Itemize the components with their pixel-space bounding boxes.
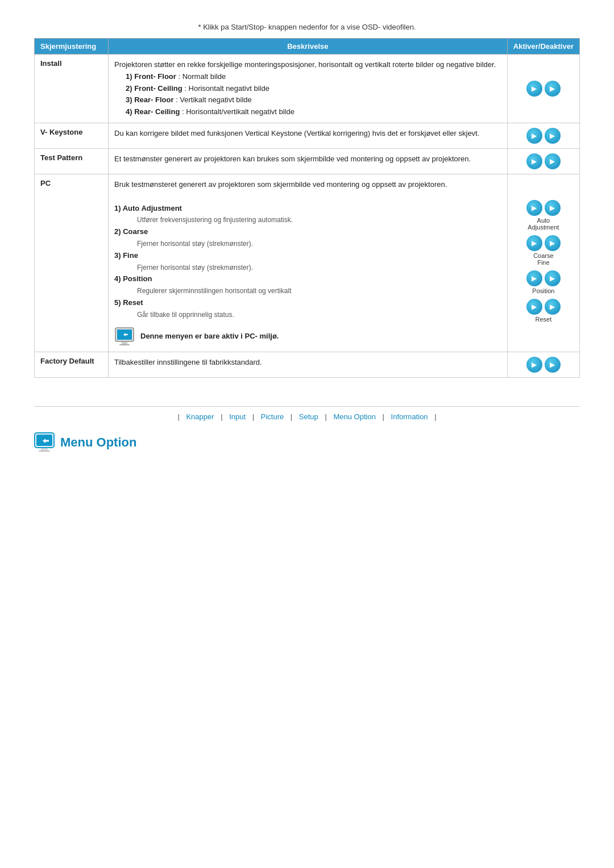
header-aktiver: Aktiver/Deaktiver — [507, 39, 579, 55]
table-row: Factory Default Tilbakestiller innstilli… — [35, 352, 580, 377]
nav-setup[interactable]: Setup — [299, 412, 318, 421]
section-icon — [34, 432, 55, 453]
svg-rect-3 — [119, 344, 130, 345]
row-label-testpattern: Test Pattern — [35, 148, 109, 174]
row-action-pc: ▶ ▶ AutoAdjustment ▶ ▶ CoarseFine — [507, 174, 579, 352]
label-position: Position — [532, 287, 554, 294]
row-desc-factory: Tilbakestiller innstillingene til fabrik… — [109, 352, 508, 377]
nav-menuoption[interactable]: Menu Option — [333, 412, 375, 421]
row-desc-pc: Bruk testmønsteret generert av projektor… — [109, 174, 508, 352]
svg-rect-2 — [122, 342, 127, 344]
nav-separator: | — [383, 412, 384, 421]
nav-information[interactable]: Information — [391, 412, 428, 421]
row-label-vkeystone: V- Keystone — [35, 123, 109, 148]
svg-rect-7 — [39, 450, 50, 452]
button-pair-install: ▶ ▶ — [513, 81, 574, 97]
row-desc-install: Projektoren støtter en rekke forskjellig… — [109, 55, 508, 123]
label-auto: AutoAdjustment — [528, 217, 559, 231]
row-action-install: ▶ ▶ — [507, 55, 579, 123]
prev-button-testpattern[interactable]: ▶ — [526, 153, 542, 169]
pc-notice: Denne menyen er bare aktiv i PC- miljø. — [114, 327, 501, 347]
prev-button-vkeystone[interactable]: ▶ — [526, 128, 542, 144]
header-beskrivelse: Beskrivelse — [109, 39, 508, 55]
nav-separator: | — [221, 412, 222, 421]
row-label-pc: PC — [35, 174, 109, 352]
header-skjerm: Skjermjustering — [35, 39, 109, 55]
label-coarse-fine: CoarseFine — [533, 252, 553, 266]
svg-rect-6 — [41, 448, 48, 450]
row-action-factory: ▶ ▶ — [507, 352, 579, 377]
next-button-auto[interactable]: ▶ — [545, 200, 561, 216]
action-auto-adjustment: ▶ ▶ AutoAdjustment — [526, 200, 561, 231]
section-header: Menu Option — [34, 432, 580, 453]
pc-notice-text: Denne menyen er bare aktiv i PC- miljø. — [140, 331, 279, 343]
table-row: Install Projektoren støtter en rekke for… — [35, 55, 580, 123]
next-button-vkeystone[interactable]: ▶ — [545, 128, 561, 144]
action-coarse-fine: ▶ ▶ CoarseFine — [526, 235, 561, 266]
label-reset: Reset — [536, 316, 552, 323]
section-title: Menu Option — [60, 435, 136, 450]
row-desc-vkeystone: Du kan korrigere bildet med funksjonen V… — [109, 123, 508, 148]
next-button-install[interactable]: ▶ — [545, 81, 561, 97]
next-button-position[interactable]: ▶ — [545, 270, 561, 286]
row-label-factory: Factory Default — [35, 352, 109, 377]
table-row: Test Pattern Et testmønster generert av … — [35, 148, 580, 174]
prev-button-auto[interactable]: ▶ — [526, 200, 542, 216]
next-button-reset[interactable]: ▶ — [545, 299, 561, 315]
row-label-install: Install — [35, 55, 109, 123]
action-position: ▶ ▶ Position — [526, 270, 561, 294]
button-pair-vkeystone: ▶ ▶ — [513, 128, 574, 144]
next-button-testpattern[interactable]: ▶ — [545, 153, 561, 169]
table-row: PC Bruk testmønsteret generert av projek… — [35, 174, 580, 352]
nav-separator: | — [325, 412, 326, 421]
nav-separator: | — [434, 412, 436, 421]
next-button-factory[interactable]: ▶ — [545, 357, 561, 373]
nav-knapper[interactable]: Knapper — [186, 412, 214, 421]
pc-action-groups: ▶ ▶ AutoAdjustment ▶ ▶ CoarseFine — [513, 200, 574, 326]
row-desc-testpattern: Et testmønster generert av projektoren k… — [109, 148, 508, 174]
button-pair-factory: ▶ ▶ — [513, 357, 574, 373]
action-reset: ▶ ▶ Reset — [526, 299, 561, 323]
pc-icon — [114, 327, 135, 347]
row-action-testpattern: ▶ ▶ — [507, 148, 579, 174]
prev-button-coarse[interactable]: ▶ — [526, 235, 542, 251]
top-note: * Klikk pa Start/Stop- knappen nedenfor … — [34, 23, 580, 31]
prev-button-position[interactable]: ▶ — [526, 270, 542, 286]
nav-input[interactable]: Input — [229, 412, 246, 421]
nav-separator: | — [291, 412, 292, 421]
table-row: V- Keystone Du kan korrigere bildet med … — [35, 123, 580, 148]
nav-bar: | Knapper | Input | Picture | Setup | Me… — [34, 406, 580, 421]
nav-separator: | — [252, 412, 254, 421]
prev-button-factory[interactable]: ▶ — [526, 357, 542, 373]
button-pair-testpattern: ▶ ▶ — [513, 153, 574, 169]
main-table: Skjermjustering Beskrivelse Aktiver/Deak… — [34, 38, 580, 378]
row-action-vkeystone: ▶ ▶ — [507, 123, 579, 148]
nav-separator: | — [177, 412, 179, 421]
prev-button-install[interactable]: ▶ — [526, 81, 542, 97]
next-button-coarse[interactable]: ▶ — [545, 235, 561, 251]
nav-picture[interactable]: Picture — [261, 412, 284, 421]
prev-button-reset[interactable]: ▶ — [526, 299, 542, 315]
